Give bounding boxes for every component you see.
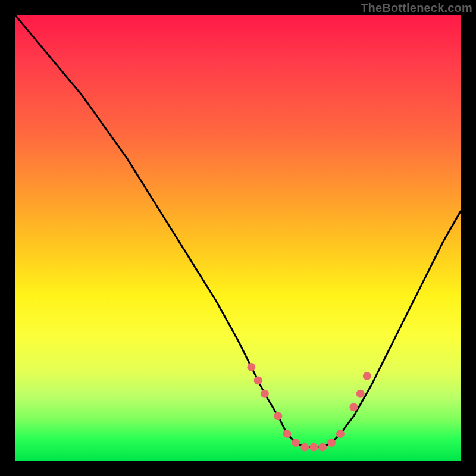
chart-frame — [15, 15, 461, 461]
gradient-background — [15, 15, 461, 461]
watermark-text: TheBottleneck.com — [361, 1, 472, 15]
